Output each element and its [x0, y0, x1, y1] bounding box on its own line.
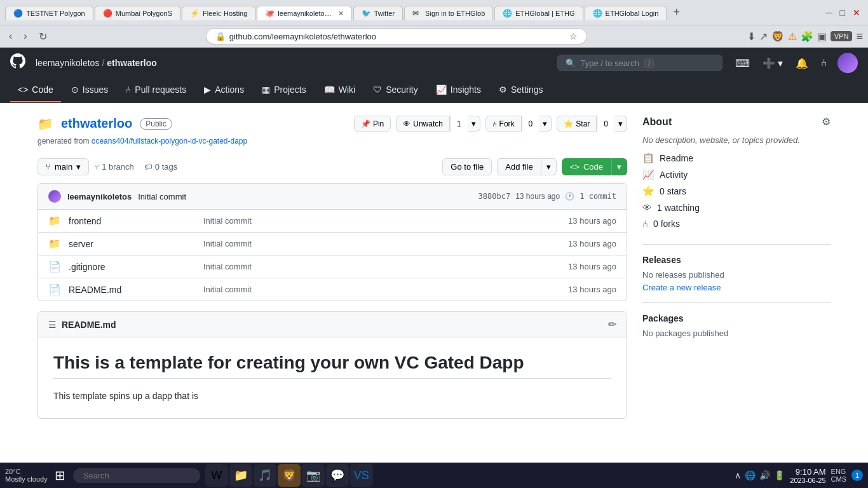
commit-hash-link[interactable]: 3880bc7	[478, 192, 511, 201]
sidebar-item-stars[interactable]: ⭐ 0 stars	[642, 186, 831, 197]
sidebar-item-forks[interactable]: ⑃ 0 forks	[642, 218, 831, 229]
activity-link[interactable]: Activity	[660, 170, 688, 180]
folder-icon: 📁	[48, 215, 61, 227]
sidebar-item-watching[interactable]: 👁 1 watching	[642, 202, 831, 213]
code-button[interactable]: <> Code	[562, 158, 611, 175]
tags-link[interactable]: 🏷 0 tags	[144, 162, 177, 172]
nav-item-actions[interactable]: ▶ Actions	[196, 78, 252, 102]
file-link-server[interactable]: server	[69, 239, 93, 249]
fork-button[interactable]: ⑃ Fork	[485, 116, 522, 132]
back-button[interactable]: ‹	[5, 29, 16, 43]
inbox-button[interactable]: 🔔	[793, 55, 811, 72]
sidebar-panel-icon[interactable]: ▣	[817, 30, 827, 43]
nav-label-pull-requests: Pull requests	[135, 85, 186, 95]
tab-github[interactable]: 🐙 leemaynikoleto… ✕	[257, 6, 351, 20]
commit-count-link[interactable]: 1 commit	[580, 192, 616, 201]
watch-action-group: 👁 Unwatch 1 ▾	[396, 116, 480, 132]
bookmark-icon[interactable]: ☆	[569, 31, 578, 41]
fork-count-button[interactable]: 0	[522, 116, 539, 132]
pin-button[interactable]: 📌 Pin	[354, 116, 391, 132]
watch-dropdown-button[interactable]: ▾	[468, 116, 480, 132]
readme-link[interactable]: Readme	[660, 153, 693, 163]
repo-title[interactable]: ethwaterloo	[61, 116, 132, 131]
tab-close-button[interactable]: ✕	[338, 10, 344, 18]
star-dropdown-button[interactable]: ▾	[614, 116, 627, 132]
nav-item-issues[interactable]: ⊙ Issues	[64, 78, 116, 102]
activity-pulse-icon: 📈	[642, 169, 654, 180]
minimize-button[interactable]: ─	[824, 5, 835, 20]
file-link-readme[interactable]: README.md	[69, 285, 121, 295]
repo-title-row: 📁 ethwaterloo Public 📌 Pin 👁 Unwatch	[37, 116, 627, 132]
tab-mumbai[interactable]: 🔴 Mumbai PolygonS	[95, 6, 180, 20]
nav-item-security[interactable]: 🛡 Security	[365, 78, 426, 102]
github-logo-icon[interactable]	[10, 53, 25, 72]
code-dropdown-button[interactable]: ▾	[611, 158, 627, 175]
fork-dropdown-button[interactable]: ▾	[539, 116, 552, 132]
tab-ethglobal1[interactable]: 🌐 ETHGlobal | ETHG	[494, 6, 583, 20]
address-bar[interactable]: 🔒 github.com/leemaynikoletos/ethwaterloo…	[206, 28, 587, 44]
new-tab-button[interactable]: +	[668, 4, 685, 20]
menu-icon[interactable]: ≡	[856, 30, 863, 43]
nav-item-wiki[interactable]: 📖 Wiki	[316, 78, 363, 102]
maximize-button[interactable]: □	[837, 5, 848, 20]
generated-from-link[interactable]: oceans404/fullstack-polygon-id-vc-gated-…	[92, 137, 247, 146]
breadcrumb-user[interactable]: leemaynikoletos	[36, 58, 99, 68]
tab-gmail[interactable]: ✉ Sign in to ETHGlob	[404, 6, 493, 20]
watching-link[interactable]: 1 watching	[657, 203, 700, 213]
actions-icon: ▶	[204, 85, 211, 95]
branch-bar: ⑂ main ▾ ⑂ 1 branch 🏷 0 tags Go to file …	[37, 158, 627, 175]
nav-item-insights[interactable]: 📈 Insights	[428, 78, 489, 102]
add-file-dropdown-button[interactable]: ▾	[541, 158, 557, 175]
commit-author-name[interactable]: leemaynikoletos	[67, 192, 132, 201]
star-label: Star	[576, 119, 590, 128]
reload-button[interactable]: ↻	[35, 29, 51, 44]
user-avatar[interactable]	[837, 53, 858, 73]
repo-icon: 📁	[37, 116, 53, 132]
pull-requests-global-button[interactable]: ⑃	[818, 55, 830, 71]
create-new-button[interactable]: ➕ ▾	[760, 55, 785, 72]
stars-link[interactable]: 0 stars	[660, 186, 686, 196]
global-search[interactable]: 🔍 Type / to search /	[557, 55, 722, 71]
terminal-button[interactable]: ⌨	[733, 55, 752, 72]
tab-testnet[interactable]: 🔵 TESTNET Polygon	[5, 6, 93, 20]
star-button[interactable]: ⭐ Star	[557, 116, 597, 132]
pin-label: Pin	[373, 119, 384, 128]
tab-twitter[interactable]: 🐦 Twitter	[353, 6, 403, 20]
create-release-link[interactable]: Create a new release	[642, 283, 721, 292]
nav-item-pull-requests[interactable]: ⑃ Pull requests	[118, 78, 194, 102]
go-to-file-button[interactable]: Go to file	[442, 158, 492, 175]
add-file-button[interactable]: Add file	[497, 158, 541, 175]
share-icon[interactable]: ↗	[759, 30, 768, 43]
tab-fleek[interactable]: ⚡ Fleek: Hosting	[182, 6, 255, 20]
tab-label-github: leemaynikoleto…	[278, 10, 331, 17]
readme-edit-button[interactable]: ✏	[608, 318, 616, 330]
file-link-gitignore[interactable]: .gitignore	[69, 262, 105, 272]
nav-item-settings[interactable]: ⚙ Settings	[491, 78, 551, 102]
branch-selector[interactable]: ⑂ main ▾	[37, 158, 89, 175]
download-icon[interactable]: ⬇	[747, 30, 756, 43]
close-button[interactable]: ✕	[850, 5, 863, 20]
packages-title: Packages	[642, 313, 831, 323]
sidebar-packages: Packages No packages published	[642, 313, 831, 338]
tab-ethglobal2[interactable]: 🌐 ETHGlobal Login	[585, 6, 667, 20]
sidebar-item-activity[interactable]: 📈 Activity	[642, 169, 831, 180]
pull-requests-icon: ⑃	[126, 85, 131, 95]
unwatch-button[interactable]: 👁 Unwatch	[396, 116, 450, 132]
alert-icon[interactable]: ⚠	[788, 30, 797, 43]
sidebar-gear-button[interactable]: ⚙	[822, 116, 831, 128]
branch-count-link[interactable]: ⑂ 1 branch	[94, 162, 134, 172]
vpn-icon[interactable]: VPN	[831, 31, 853, 41]
extensions-icon[interactable]: 🧩	[801, 30, 813, 43]
sidebar-item-readme[interactable]: 📋 Readme	[642, 152, 831, 164]
file-link-frontend[interactable]: frontend	[69, 216, 101, 226]
folder-icon: 📁	[48, 238, 61, 250]
brave-lion-icon[interactable]: 🦁	[771, 30, 784, 43]
nav-item-projects[interactable]: ▦ Projects	[254, 78, 314, 102]
sidebar-about-header: About ⚙	[642, 116, 831, 128]
file-name-readme: README.md	[69, 285, 196, 295]
forks-link[interactable]: 0 forks	[653, 219, 680, 229]
star-count-button[interactable]: 0	[597, 116, 614, 132]
forward-button[interactable]: ›	[20, 29, 31, 43]
watch-count-button[interactable]: 1	[450, 116, 468, 132]
nav-item-code[interactable]: <> Code	[10, 78, 61, 102]
